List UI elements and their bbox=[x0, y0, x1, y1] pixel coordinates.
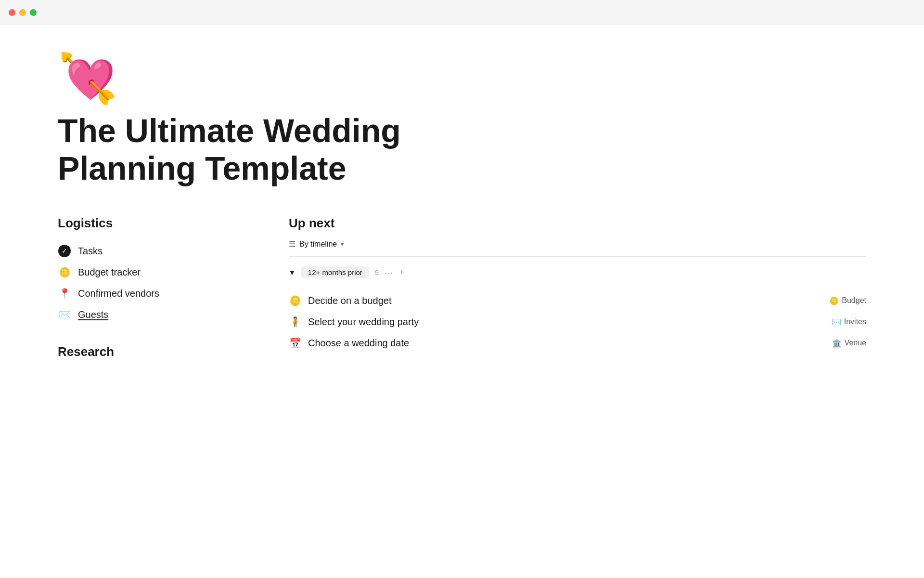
up-next-heading: Up next bbox=[289, 216, 866, 231]
right-column: Up next ☰ By timeline ▾ ▼ 12+ months pri… bbox=[289, 216, 866, 354]
invites-tag: ✉️ Invites bbox=[832, 317, 866, 327]
person-icon: 🧍 bbox=[289, 316, 301, 328]
minimize-button[interactable] bbox=[19, 9, 26, 16]
guests-label: Guests bbox=[78, 309, 108, 320]
pin-icon: 📍 bbox=[58, 287, 71, 300]
page-title: The Ultimate Wedding Planning Template bbox=[58, 112, 515, 187]
maximize-button[interactable] bbox=[30, 9, 37, 16]
group-row: ▼ 12+ months prior 9 ··· + bbox=[289, 266, 866, 282]
envelope-icon: ✉️ bbox=[58, 308, 71, 321]
calendar-icon: 📅 bbox=[289, 337, 301, 349]
page-icon: 💘 bbox=[58, 54, 866, 102]
task-left: 📅 Choose a wedding date bbox=[289, 337, 409, 349]
main-content: 💘 The Ultimate Wedding Planning Template… bbox=[0, 0, 924, 398]
left-column: Logistics ✓ Tasks 🪙 Budget tracker 📍 Con… bbox=[58, 216, 250, 359]
venue-tag-label: Venue bbox=[845, 339, 866, 347]
research-heading: Research bbox=[58, 344, 250, 359]
confirmed-vendors-label: Confirmed vendors bbox=[78, 288, 159, 299]
add-task-button[interactable]: + bbox=[399, 267, 405, 277]
sidebar-item-tasks[interactable]: ✓ Tasks bbox=[58, 240, 250, 262]
sidebar-item-guests[interactable]: ✉️ Guests bbox=[58, 304, 250, 325]
task-right: ✉️ Invites bbox=[832, 317, 866, 327]
task-row: 🧍 Select your wedding party ✉️ Invites bbox=[289, 311, 866, 332]
task-right: 🏛️ Venue bbox=[832, 339, 866, 348]
budget-tag-label: Budget bbox=[842, 296, 866, 305]
venue-tag: 🏛️ Venue bbox=[832, 339, 866, 348]
list-icon: ☰ bbox=[289, 239, 295, 249]
window-controls bbox=[0, 0, 924, 25]
task-right: 🪙 Budget bbox=[829, 296, 866, 305]
logistics-heading: Logistics bbox=[58, 216, 250, 231]
envelope-tag-icon: ✉️ bbox=[832, 317, 841, 327]
two-column-layout: Logistics ✓ Tasks 🪙 Budget tracker 📍 Con… bbox=[58, 216, 866, 359]
group-label: 12+ months prior bbox=[301, 266, 369, 278]
bill-tag-icon: 🪙 bbox=[829, 296, 839, 305]
collapse-icon[interactable]: ▼ bbox=[289, 269, 295, 276]
task-wedding-party-label[interactable]: Select your wedding party bbox=[308, 316, 419, 328]
sidebar-item-budget-tracker[interactable]: 🪙 Budget tracker bbox=[58, 262, 250, 283]
building-tag-icon: 🏛️ bbox=[832, 339, 842, 348]
sidebar-item-confirmed-vendors[interactable]: 📍 Confirmed vendors bbox=[58, 283, 250, 304]
close-button[interactable] bbox=[9, 9, 15, 16]
task-left: 🪙 Decide on a budget bbox=[289, 295, 391, 306]
task-decide-budget-label[interactable]: Decide on a budget bbox=[308, 295, 391, 306]
bill-icon: 🪙 bbox=[58, 265, 71, 279]
task-row: 📅 Choose a wedding date 🏛️ Venue bbox=[289, 332, 866, 354]
more-options-icon[interactable]: ··· bbox=[385, 268, 394, 276]
budget-tracker-label: Budget tracker bbox=[78, 267, 141, 278]
chevron-down-icon: ▾ bbox=[341, 241, 344, 248]
tasks-label: Tasks bbox=[78, 246, 103, 257]
task-left: 🧍 Select your wedding party bbox=[289, 316, 419, 328]
task-row: 🪙 Decide on a budget 🪙 Budget bbox=[289, 290, 866, 311]
check-icon: ✓ bbox=[58, 244, 71, 258]
task-wedding-date-label[interactable]: Choose a wedding date bbox=[308, 338, 409, 349]
bill-icon: 🪙 bbox=[289, 295, 301, 306]
budget-tag: 🪙 Budget bbox=[829, 296, 866, 305]
group-count: 9 bbox=[375, 268, 379, 276]
view-label: By timeline bbox=[299, 240, 337, 249]
invites-tag-label: Invites bbox=[844, 317, 866, 326]
view-selector[interactable]: ☰ By timeline ▾ bbox=[289, 239, 866, 257]
